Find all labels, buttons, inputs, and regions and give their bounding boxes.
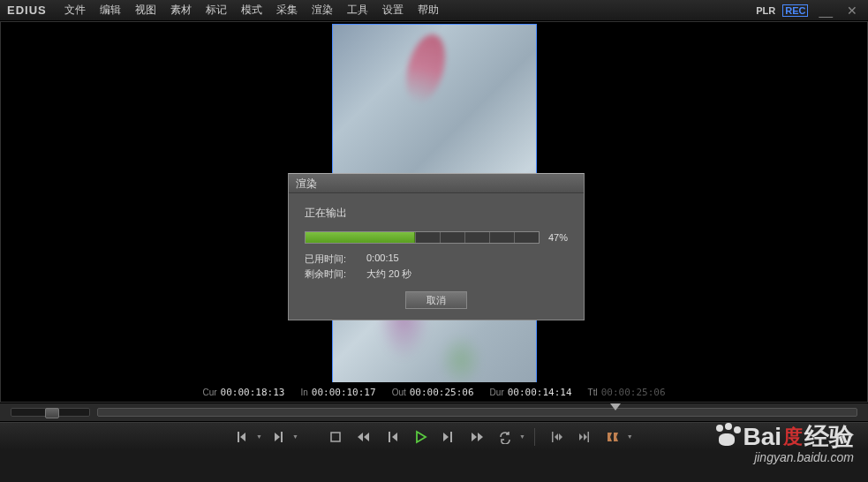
menu-marker[interactable]: 标记 <box>199 3 234 18</box>
transport-controls: ▼ ▼ ▼ ▼ <box>0 422 868 450</box>
play-button[interactable] <box>408 427 433 447</box>
tc-in[interactable]: In 00:00:10:17 <box>300 387 375 398</box>
timeline-scrubber[interactable] <box>97 408 857 417</box>
remaining-row: 剩余时间: 大约 20 秒 <box>305 267 568 281</box>
minimize-button[interactable]: __ <box>815 4 836 18</box>
next-frame-button[interactable] <box>436 427 461 447</box>
menu-file[interactable]: 文件 <box>57 3 93 18</box>
menu-help[interactable]: 帮助 <box>411 3 446 18</box>
prev-edit-button[interactable] <box>544 427 569 447</box>
dropdown-icon[interactable]: ▼ <box>292 433 298 440</box>
match-frame-button[interactable] <box>600 427 625 447</box>
loop-button[interactable] <box>493 427 517 447</box>
dropdown-icon[interactable]: ▼ <box>627 433 633 440</box>
scrubber-bar <box>0 403 868 422</box>
menu-tools[interactable]: 工具 <box>340 3 375 18</box>
mode-rec[interactable]: REC <box>782 4 808 17</box>
tc-ttl[interactable]: Ttl 00:00:25:06 <box>588 387 666 398</box>
progress-fill <box>306 232 415 243</box>
menu-render[interactable]: 渲染 <box>305 3 340 18</box>
menu-clip[interactable]: 素材 <box>163 3 199 18</box>
dialog-status: 正在输出 <box>305 206 568 221</box>
next-edit-button[interactable] <box>572 427 597 447</box>
progress-bar <box>305 231 540 244</box>
prev-frame-button[interactable] <box>380 427 404 447</box>
mode-plr[interactable]: PLR <box>756 5 775 16</box>
set-in-button[interactable] <box>230 427 254 447</box>
set-out-button[interactable] <box>266 427 291 447</box>
menu-edit[interactable]: 编辑 <box>93 3 128 18</box>
progress-percent: 47% <box>548 232 568 243</box>
fast-forward-button[interactable] <box>464 427 489 447</box>
menu-settings[interactable]: 设置 <box>375 3 411 18</box>
video-content <box>399 30 451 108</box>
close-button[interactable]: ✕ <box>843 4 861 18</box>
dropdown-icon[interactable]: ▼ <box>256 433 262 440</box>
tc-cur[interactable]: Cur 00:00:18:13 <box>202 387 284 398</box>
menu-mode[interactable]: 模式 <box>234 3 269 18</box>
timecode-bar: Cur 00:00:18:13 In 00:00:10:17 Out 00:00… <box>1 382 867 402</box>
dialog-title[interactable]: 渲染 <box>289 174 584 193</box>
dropdown-icon[interactable]: ▼ <box>519 433 525 440</box>
cancel-button[interactable]: 取消 <box>405 291 467 309</box>
render-dialog: 渲染 正在输出 47% 已用时间: 0:00:15 剩余时间: 大约 20 秒 … <box>288 173 585 320</box>
rewind-button[interactable] <box>351 427 376 447</box>
playhead[interactable] <box>610 403 621 419</box>
app-logo: EDIUS <box>7 4 47 17</box>
elapsed-row: 已用时间: 0:00:15 <box>305 252 568 266</box>
stop-button[interactable] <box>323 427 348 447</box>
menu-view[interactable]: 视图 <box>128 3 163 18</box>
video-content <box>439 334 483 387</box>
tc-out[interactable]: Out 00:00:25:06 <box>392 387 474 398</box>
zoom-slider[interactable] <box>11 408 90 417</box>
svg-rect-0 <box>331 433 340 441</box>
tc-dur[interactable]: Dur 00:00:14:14 <box>490 387 572 398</box>
zoom-thumb[interactable] <box>45 408 59 418</box>
menubar: EDIUS 文件 编辑 视图 素材 标记 模式 采集 渲染 工具 设置 帮助 P… <box>0 0 868 21</box>
menu-capture[interactable]: 采集 <box>269 3 305 18</box>
